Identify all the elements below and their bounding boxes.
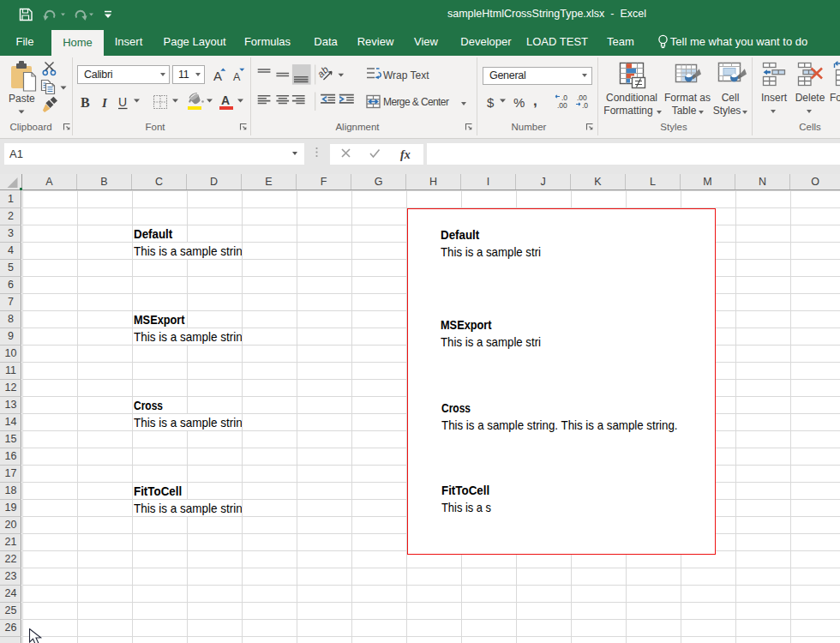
svg-text:$: $ [487,95,495,110]
svg-text:A: A [233,71,241,83]
svg-text:.0: .0 [582,101,588,110]
svg-text:B: B [81,95,90,110]
svg-text:%: % [513,95,525,110]
svg-text:I: I [101,96,108,110]
svg-text:,: , [533,93,537,109]
svg-text:A: A [213,69,222,83]
svg-text:U: U [118,95,127,109]
svg-text:fx: fx [400,148,411,161]
svg-text:.00: .00 [557,101,567,110]
svg-text:A: A [221,93,230,107]
